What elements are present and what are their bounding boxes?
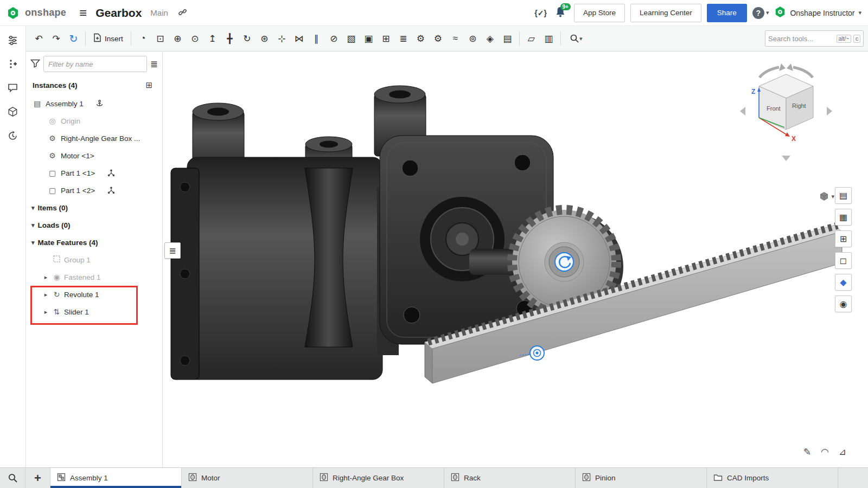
named-positions-icon[interactable]: ◈ xyxy=(482,30,499,47)
ball-mate-icon[interactable]: ⊛ xyxy=(256,30,273,47)
insert-doc-icon xyxy=(93,33,101,44)
tree-item-fastened-1[interactable]: ▸ ◉ Fastened 1 xyxy=(26,268,162,286)
tree-item-right-angle-gear-box[interactable]: ⚙ Right-Angle Gear Box ... xyxy=(26,130,162,147)
tool-search-input[interactable] xyxy=(768,35,834,43)
view-cube-front-label: Front xyxy=(767,105,781,112)
app-store-button[interactable]: App Store xyxy=(574,4,625,22)
featurescript-icon[interactable]: {✓} xyxy=(534,9,547,17)
parallel-mate-icon[interactable]: ∥ xyxy=(308,30,325,47)
mass-properties-icon[interactable]: ⊿ xyxy=(839,446,846,458)
group-icon[interactable]: ⊡ xyxy=(152,30,169,47)
mate-connector-icon[interactable]: ⊕ xyxy=(169,30,186,47)
redo-icon[interactable]: ↷ xyxy=(48,30,65,47)
rack-pinion-relation-icon[interactable]: ⚙ xyxy=(430,30,446,47)
3d-viewport[interactable]: ≣ xyxy=(163,52,868,467)
pin-slot-mate-icon[interactable]: ⊹ xyxy=(273,30,290,47)
tree-item-revolute-1[interactable]: ▸ ↻ Revolute 1 xyxy=(26,286,162,303)
cylindrical-mate-icon[interactable]: ⊙ xyxy=(187,30,203,47)
tree-item-motor[interactable]: ⚙ Motor <1> xyxy=(26,147,162,164)
onshape-app: onshape ≡ Gearbox Main {✓} 9+ App Store … xyxy=(0,0,868,488)
slider-mate-icon[interactable]: ↥ xyxy=(204,30,221,47)
items-section-header[interactable]: ▾ Items (0) xyxy=(26,199,162,216)
planar-mate-icon[interactable]: ╋ xyxy=(221,30,238,47)
tree-item-group-1[interactable]: Group 1 xyxy=(26,251,162,268)
share-button[interactable]: Share xyxy=(707,4,747,22)
mate-icon[interactable]: ◔ xyxy=(135,30,151,47)
tab-cad-imports[interactable]: CAD Imports xyxy=(707,468,838,488)
tree-item-assembly-1[interactable]: ▤ Assembly 1 xyxy=(26,95,162,112)
instances-header: Instances (4) ⊞ xyxy=(26,75,162,95)
tab-rack[interactable]: Rack xyxy=(444,468,576,488)
configurations-icon[interactable] xyxy=(4,55,22,73)
insert-button[interactable]: Insert xyxy=(89,30,127,47)
undo-icon[interactable]: ↶ xyxy=(30,30,47,47)
screw-relation-icon[interactable]: ≈ xyxy=(447,30,464,47)
tree-panel-toggle[interactable]: ≣ xyxy=(164,242,181,259)
drawing-icon[interactable]: ▱ xyxy=(523,30,540,47)
tab-assembly-1[interactable]: Assembly 1 xyxy=(50,468,182,488)
feature-list-icon[interactable] xyxy=(4,31,22,49)
rotate-down-arrow-icon[interactable] xyxy=(782,156,790,161)
replicate-icon[interactable]: ≣ xyxy=(395,30,412,47)
parts-cube-icon[interactable] xyxy=(4,103,22,120)
revolute-mate-icon[interactable]: ↻ xyxy=(239,30,256,47)
comments-icon[interactable] xyxy=(4,79,22,97)
loads-section-header[interactable]: ▾ Loads (0) xyxy=(26,216,162,234)
add-tab-button[interactable]: + xyxy=(25,468,50,488)
workspace-name[interactable]: Main xyxy=(150,8,168,17)
sheet-icon[interactable]: ▥ xyxy=(540,30,557,47)
chevron-right-icon[interactable]: ▸ xyxy=(42,291,49,298)
filter-input[interactable] xyxy=(43,56,147,72)
search-tabs-icon[interactable] xyxy=(0,468,25,488)
gear-relation-icon[interactable]: ⚙ xyxy=(412,30,429,47)
document-title: Gearbox xyxy=(95,7,142,20)
learning-center-button[interactable]: Learning Center xyxy=(630,4,701,22)
group-mate-icon xyxy=(52,255,61,264)
box-select-icon[interactable]: ▧ xyxy=(343,30,360,47)
account-menu[interactable]: Onshape Instructor ▾ xyxy=(774,6,861,20)
tab-motor[interactable]: Motor xyxy=(182,468,313,488)
tree-item-slider-1[interactable]: ▸ ⇅ Slider 1 xyxy=(26,303,162,320)
pattern-icon[interactable]: ⊞ xyxy=(378,30,394,47)
part-doc-icon: ▢ xyxy=(48,186,57,195)
rotate-right-arrow-icon[interactable] xyxy=(827,107,832,115)
tree-item-part-1-2[interactable]: ▢ Part 1 <2> xyxy=(26,182,162,199)
bom-panel-icon[interactable]: ▤ xyxy=(835,187,852,204)
insert-instance-icon[interactable]: ⊞ xyxy=(145,80,152,90)
perspective-dome-icon[interactable]: ◠ xyxy=(821,446,829,458)
section-panel-icon[interactable]: ◻ xyxy=(835,252,852,269)
mate-features-section-header[interactable]: ▾ Mate Features (4) xyxy=(26,234,162,251)
notifications-bell-icon[interactable]: 9+ xyxy=(552,4,569,22)
filter-funnel-icon[interactable] xyxy=(30,59,40,69)
onshape-logo-icon[interactable] xyxy=(7,7,20,20)
document-menu-icon[interactable]: ≡ xyxy=(79,7,87,20)
share-link-icon[interactable] xyxy=(178,8,187,18)
tab-right-angle-gear-box[interactable]: Right-Angle Gear Box xyxy=(313,468,444,488)
view-options-menu[interactable]: ▾ xyxy=(819,191,834,201)
help-menu[interactable]: ? ▾ xyxy=(752,7,769,19)
exploded-view-icon[interactable]: ⊚ xyxy=(464,30,481,47)
insert-feature-icon[interactable]: ▣ xyxy=(360,30,377,47)
appearance-panel-icon[interactable]: ◆ xyxy=(835,274,852,291)
parts-panel-icon[interactable]: ▦ xyxy=(835,209,852,226)
chevron-right-icon[interactable]: ▸ xyxy=(42,309,49,316)
measure-dropdown-icon[interactable]: ▾ xyxy=(564,30,588,47)
bom-icon[interactable]: ▤ xyxy=(499,30,516,47)
tab-pinion[interactable]: Pinion xyxy=(576,468,707,488)
sketch-pencil-icon[interactable]: ✎ xyxy=(803,446,811,458)
rotate-left-arrow-icon[interactable] xyxy=(740,107,745,115)
list-view-icon[interactable]: ≣ xyxy=(150,59,158,70)
snap-mode-icon[interactable]: ⊘ xyxy=(326,30,342,47)
mass-properties-panel-icon[interactable]: ◉ xyxy=(835,296,852,312)
tangent-mate-icon[interactable]: ⋈ xyxy=(291,30,308,47)
tree-item-origin[interactable]: ◎ Origin xyxy=(26,112,162,130)
tree-item-part-1-1[interactable]: ▢ Part 1 <1> xyxy=(26,164,162,182)
history-icon[interactable] xyxy=(4,127,22,144)
revolute-mate-indicator[interactable] xyxy=(555,253,573,271)
chevron-right-icon[interactable]: ▸ xyxy=(42,274,49,281)
view-cube[interactable]: Front Right Z X xyxy=(736,58,837,166)
tool-search[interactable]: alt/~ c xyxy=(765,30,864,47)
instances-panel-icon[interactable]: ⊞ xyxy=(835,230,852,247)
tab-label: Right-Angle Gear Box xyxy=(333,474,404,482)
sync-update-icon[interactable]: ↻ xyxy=(65,30,82,47)
